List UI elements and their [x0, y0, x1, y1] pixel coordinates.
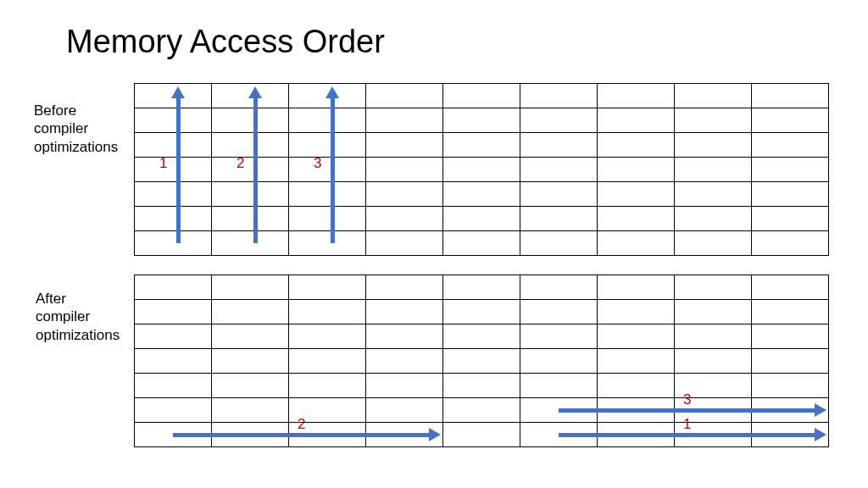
after-arrow-label-1: 2 [298, 416, 305, 433]
after-arrow-label-3: 3 [683, 391, 691, 408]
before-arrow-label-3: 3 [314, 155, 321, 172]
after-arrow-label-2: 1 [683, 416, 691, 433]
before-arrow-1 [176, 97, 181, 243]
after-label: Aftercompileroptimizations [36, 290, 120, 344]
after-arrow-3 [559, 408, 817, 413]
before-arrow-2 [253, 97, 258, 243]
slide-title: Memory Access Order [66, 24, 385, 60]
before-label: Beforecompileroptimizations [34, 102, 118, 156]
after-arrow-1 [173, 433, 431, 437]
before-arrow-label-2: 2 [236, 155, 244, 172]
after-arrow-2 [559, 433, 817, 437]
before-arrow-label-1: 1 [159, 155, 167, 172]
after-grid [134, 274, 829, 447]
before-arrow-3 [331, 97, 335, 243]
